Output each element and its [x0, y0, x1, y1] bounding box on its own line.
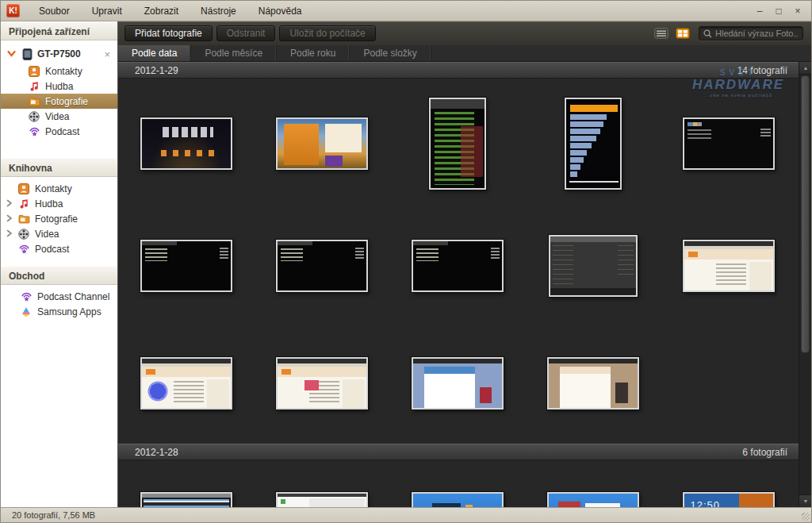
photo-thumbnail-list-screen[interactable]	[140, 492, 232, 507]
photos-icon	[17, 213, 30, 225]
menu-soubor[interactable]: Soubor	[28, 1, 81, 21]
pridat-fotografie-button[interactable]: Přidat fotografie	[124, 25, 213, 41]
sidebar-item-label: Podcast Channel	[37, 291, 109, 302]
sidebar-item-kontakty[interactable]: Kontakty	[1, 63, 117, 79]
grid-cell	[661, 79, 796, 209]
sidebar-item-label: Videa	[35, 229, 59, 240]
sidebar-item-podcast-channel[interactable]: Podcast Channel	[1, 289, 117, 304]
scroll-down-arrow[interactable]: ▼	[799, 494, 811, 507]
grid-view-icon[interactable]	[674, 27, 691, 40]
search-box[interactable]	[699, 26, 803, 40]
resize-grip[interactable]	[802, 513, 810, 521]
photo-thumbnail-settings-screen[interactable]	[276, 492, 368, 507]
sidebar-section-knihovna: KnihovnaKontaktyHudbaFotografieVideaPodc…	[1, 158, 117, 266]
grid-cell	[525, 323, 661, 444]
photo-thumbnail-widget-screen[interactable]	[276, 117, 368, 170]
menu-upravit[interactable]: Upravit	[81, 1, 133, 21]
sidebar-item-podcast[interactable]: Podcast	[1, 241, 117, 256]
tab-bar: Podle dataPodle měsícePodle rokuPodle sl…	[118, 45, 811, 62]
photo-thumbnail-webpage-tan[interactable]	[547, 357, 639, 410]
sidebar-item-label: Hudba	[45, 81, 73, 92]
podcast-icon	[20, 290, 33, 303]
tablet-icon	[21, 48, 33, 60]
sidebar-item-hudba[interactable]: Hudba	[1, 79, 117, 94]
grid-cell	[389, 79, 525, 209]
scroll-up-arrow[interactable]: ▲	[799, 62, 811, 75]
photo-thumbnail-webpage-camera[interactable]	[276, 357, 368, 410]
grid-cell	[254, 209, 389, 323]
photo-thumbnail-black-screen[interactable]	[412, 240, 504, 292]
sidebar-item-videa[interactable]: Videa	[1, 109, 117, 124]
menu-zobrazit[interactable]: Zobrazit	[133, 1, 190, 21]
grid-cell	[118, 323, 254, 444]
photo-grid-area: 2012-1-2914 fotografií2012-1-286 fotogra…	[118, 62, 811, 507]
photo-thumbnail-file-manager[interactable]	[549, 235, 638, 297]
titlebar-menubar: K! SouborUpravitZobrazitNástrojeNápověda…	[1, 1, 811, 21]
sidebar-item-label: Fotografie	[45, 96, 88, 107]
grid-cell	[254, 323, 389, 444]
grid-cell	[389, 209, 525, 323]
photo-thumbnail-dark-screen[interactable]	[683, 117, 775, 170]
thumbnail-row: 12:50	[118, 460, 799, 507]
group-photo-count: 14 fotografií	[737, 65, 787, 76]
samsung-apps-icon	[20, 306, 33, 318]
scrollbar-thumb[interactable]	[801, 75, 810, 353]
minimize-button[interactable]: –	[754, 6, 765, 17]
podcast-icon	[17, 243, 30, 256]
sidebar-item-label: Podcast	[45, 126, 79, 137]
sidebar-item-hudba[interactable]: Hudba	[1, 196, 117, 211]
menu-napoveda[interactable]: Nápověda	[247, 1, 313, 21]
tab-podle-slozky[interactable]: Podle složky	[350, 45, 431, 61]
maximize-button[interactable]: □	[773, 6, 784, 17]
chevron-down-icon[interactable]	[7, 49, 17, 59]
sidebar-item-label: Hudba	[35, 198, 63, 210]
tab-podle-roku[interactable]: Podle roku	[277, 45, 350, 61]
sidebar-item-samsung-apps[interactable]: Samsung Apps	[1, 304, 117, 319]
group-date: 2012-1-28	[135, 447, 178, 458]
sidebar-item-label: Kontakty	[45, 66, 82, 77]
toolbar-buttons: Přidat fotografieOdstranitUložit do počí…	[124, 25, 376, 41]
sidebar-item-label: Kontakty	[35, 183, 72, 194]
grid-cell	[661, 209, 796, 323]
ulozit-do-pocitace-button: Uložit do počítače	[279, 25, 375, 41]
sidebar-item-gt-p7500[interactable]: GT-P7500×	[1, 44, 117, 63]
kies-window: K! SouborUpravitZobrazitNástrojeNápověda…	[0, 0, 812, 523]
close-button[interactable]: ×	[792, 6, 803, 17]
expand-arrow-icon[interactable]	[6, 213, 14, 223]
list-view-icon[interactable]	[653, 27, 670, 40]
photo-thumbnail-desktop-windows[interactable]	[547, 492, 639, 507]
window-controls: –□×	[754, 6, 811, 17]
photo-thumbnail-desktop[interactable]	[412, 492, 504, 507]
group-photo-count: 6 fotografií	[742, 447, 787, 458]
photo-thumbnail-benchmark-list[interactable]	[429, 98, 486, 190]
sidebar-item-videa[interactable]: Videa	[1, 226, 117, 241]
photo-thumbnail-black-screen[interactable]	[276, 240, 368, 292]
tab-podle-mesice[interactable]: Podle měsíce	[191, 45, 277, 61]
toolbar-right	[653, 26, 803, 40]
toolbar: Přidat fotografieOdstranitUložit do počí…	[118, 21, 811, 45]
photo-thumbnail-home-screen[interactable]	[140, 117, 232, 170]
thumbnail-row	[118, 79, 799, 209]
sidebar-item-fotografie[interactable]: Fotografie	[1, 211, 117, 226]
podcast-icon	[28, 125, 40, 138]
videos-icon	[17, 228, 30, 240]
disconnect-device-icon[interactable]: ×	[104, 49, 110, 60]
sidebar-item-podcast[interactable]: Podcast	[1, 124, 117, 139]
menu-nastroje[interactable]: Nástroje	[190, 1, 247, 21]
scrollbar[interactable]: ▲ ▼	[799, 62, 811, 507]
expand-arrow-icon[interactable]	[6, 229, 14, 238]
photo-thumbnail-webpage-fan[interactable]	[140, 357, 232, 410]
photo-thumbnail-clock-screen[interactable]: 12:50	[683, 492, 775, 507]
sidebar-item-fotografie[interactable]: Fotografie	[1, 94, 117, 109]
expand-arrow-icon[interactable]	[6, 198, 14, 208]
photo-thumbnail-benchmark-chart[interactable]	[565, 98, 622, 190]
photo-thumbnail-webpage[interactable]	[683, 240, 775, 292]
tab-podle-data[interactable]: Podle data	[118, 45, 191, 61]
date-group-header: 2012-1-2914 fotografií	[118, 62, 799, 79]
thumbnail-row	[118, 209, 799, 323]
photo-thumbnail-black-screen[interactable]	[140, 240, 232, 292]
photo-thumbnail-webpage-blue[interactable]	[412, 357, 504, 410]
sidebar: Připojená zařízeníGT-P7500×KontaktyHudba…	[1, 21, 118, 507]
sidebar-item-kontakty[interactable]: Kontakty	[1, 181, 117, 196]
search-input[interactable]	[715, 29, 799, 38]
